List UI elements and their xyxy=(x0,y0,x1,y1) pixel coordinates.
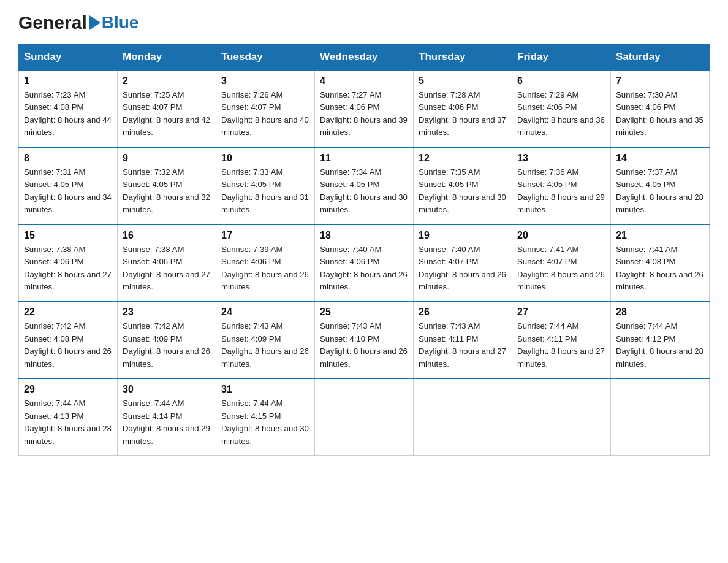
day-number: 12 xyxy=(419,153,507,164)
logo-general-text: General xyxy=(18,12,87,33)
calendar-cell: 5 Sunrise: 7:28 AMSunset: 4:06 PMDayligh… xyxy=(414,70,512,147)
calendar-cell: 29 Sunrise: 7:44 AMSunset: 4:13 PMDaylig… xyxy=(19,378,118,455)
calendar-cell: 3 Sunrise: 7:26 AMSunset: 4:07 PMDayligh… xyxy=(216,70,315,147)
day-number: 4 xyxy=(320,75,408,86)
day-number: 24 xyxy=(221,307,309,318)
day-number: 7 xyxy=(616,75,704,86)
calendar-cell xyxy=(315,378,414,455)
day-info: Sunrise: 7:40 AMSunset: 4:07 PMDaylight:… xyxy=(419,245,506,291)
day-number: 28 xyxy=(616,307,704,318)
calendar-cell: 22 Sunrise: 7:42 AMSunset: 4:08 PMDaylig… xyxy=(19,301,118,378)
calendar-cell: 26 Sunrise: 7:43 AMSunset: 4:11 PMDaylig… xyxy=(414,301,512,378)
logo-arrow-icon xyxy=(89,15,100,30)
day-info: Sunrise: 7:31 AMSunset: 4:05 PMDaylight:… xyxy=(24,167,112,214)
day-number: 26 xyxy=(419,307,507,318)
day-number: 17 xyxy=(221,230,309,241)
calendar-week-5: 29 Sunrise: 7:44 AMSunset: 4:13 PMDaylig… xyxy=(19,378,710,455)
day-info: Sunrise: 7:25 AMSunset: 4:07 PMDaylight:… xyxy=(123,90,210,137)
day-info: Sunrise: 7:41 AMSunset: 4:08 PMDaylight:… xyxy=(616,245,703,291)
day-info: Sunrise: 7:38 AMSunset: 4:06 PMDaylight:… xyxy=(24,245,112,291)
day-number: 14 xyxy=(616,153,704,164)
calendar-cell xyxy=(414,378,512,455)
calendar-cell: 10 Sunrise: 7:33 AMSunset: 4:05 PMDaylig… xyxy=(216,147,315,224)
day-number: 16 xyxy=(123,230,211,241)
calendar-cell: 2 Sunrise: 7:25 AMSunset: 4:07 PMDayligh… xyxy=(118,70,216,147)
day-info: Sunrise: 7:42 AMSunset: 4:08 PMDaylight:… xyxy=(24,321,112,368)
day-number: 5 xyxy=(419,75,507,86)
day-info: Sunrise: 7:44 AMSunset: 4:12 PMDaylight:… xyxy=(616,321,703,368)
day-info: Sunrise: 7:41 AMSunset: 4:07 PMDaylight:… xyxy=(517,245,605,291)
day-info: Sunrise: 7:28 AMSunset: 4:06 PMDaylight:… xyxy=(419,90,506,137)
day-number: 22 xyxy=(24,307,112,318)
day-number: 23 xyxy=(123,307,211,318)
calendar-cell: 20 Sunrise: 7:41 AMSunset: 4:07 PMDaylig… xyxy=(512,224,611,302)
col-header-friday: Friday xyxy=(512,45,611,71)
calendar-cell: 6 Sunrise: 7:29 AMSunset: 4:06 PMDayligh… xyxy=(512,70,611,147)
calendar-week-1: 1 Sunrise: 7:23 AMSunset: 4:08 PMDayligh… xyxy=(19,70,710,147)
header: General Blue xyxy=(18,12,710,33)
col-header-tuesday: Tuesday xyxy=(216,45,315,71)
day-number: 25 xyxy=(320,307,408,318)
calendar-cell: 13 Sunrise: 7:36 AMSunset: 4:05 PMDaylig… xyxy=(512,147,611,224)
col-header-thursday: Thursday xyxy=(414,45,512,71)
calendar-week-4: 22 Sunrise: 7:42 AMSunset: 4:08 PMDaylig… xyxy=(19,301,710,378)
day-info: Sunrise: 7:44 AMSunset: 4:15 PMDaylight:… xyxy=(221,399,309,445)
calendar-cell: 14 Sunrise: 7:37 AMSunset: 4:05 PMDaylig… xyxy=(611,147,710,224)
day-info: Sunrise: 7:40 AMSunset: 4:06 PMDaylight:… xyxy=(320,245,408,291)
day-number: 19 xyxy=(419,230,507,241)
day-number: 2 xyxy=(123,75,211,86)
day-info: Sunrise: 7:30 AMSunset: 4:06 PMDaylight:… xyxy=(616,90,703,137)
day-info: Sunrise: 7:44 AMSunset: 4:13 PMDaylight:… xyxy=(24,399,112,445)
day-info: Sunrise: 7:33 AMSunset: 4:05 PMDaylight:… xyxy=(221,167,309,214)
col-header-monday: Monday xyxy=(118,45,216,71)
calendar-cell: 8 Sunrise: 7:31 AMSunset: 4:05 PMDayligh… xyxy=(19,147,118,224)
calendar-cell: 24 Sunrise: 7:43 AMSunset: 4:09 PMDaylig… xyxy=(216,301,315,378)
calendar-cell: 17 Sunrise: 7:39 AMSunset: 4:06 PMDaylig… xyxy=(216,224,315,302)
day-number: 27 xyxy=(517,307,605,318)
calendar-cell: 28 Sunrise: 7:44 AMSunset: 4:12 PMDaylig… xyxy=(611,301,710,378)
day-info: Sunrise: 7:34 AMSunset: 4:05 PMDaylight:… xyxy=(320,167,408,214)
day-number: 10 xyxy=(221,153,309,164)
day-info: Sunrise: 7:39 AMSunset: 4:06 PMDaylight:… xyxy=(221,245,309,291)
calendar-table: SundayMondayTuesdayWednesdayThursdayFrid… xyxy=(18,44,710,456)
calendar-cell: 9 Sunrise: 7:32 AMSunset: 4:05 PMDayligh… xyxy=(118,147,216,224)
day-number: 29 xyxy=(24,384,112,395)
calendar-cell: 30 Sunrise: 7:44 AMSunset: 4:14 PMDaylig… xyxy=(118,378,216,455)
calendar-cell: 1 Sunrise: 7:23 AMSunset: 4:08 PMDayligh… xyxy=(19,70,118,147)
calendar-cell: 12 Sunrise: 7:35 AMSunset: 4:05 PMDaylig… xyxy=(414,147,512,224)
day-info: Sunrise: 7:44 AMSunset: 4:14 PMDaylight:… xyxy=(123,399,210,445)
calendar-cell: 31 Sunrise: 7:44 AMSunset: 4:15 PMDaylig… xyxy=(216,378,315,455)
day-number: 13 xyxy=(517,153,605,164)
day-info: Sunrise: 7:38 AMSunset: 4:06 PMDaylight:… xyxy=(123,245,210,291)
calendar-cell: 21 Sunrise: 7:41 AMSunset: 4:08 PMDaylig… xyxy=(611,224,710,302)
logo: General Blue xyxy=(18,12,138,33)
calendar-week-2: 8 Sunrise: 7:31 AMSunset: 4:05 PMDayligh… xyxy=(19,147,710,224)
day-number: 20 xyxy=(517,230,605,241)
day-number: 3 xyxy=(221,75,309,86)
day-number: 18 xyxy=(320,230,408,241)
calendar-cell: 4 Sunrise: 7:27 AMSunset: 4:06 PMDayligh… xyxy=(315,70,414,147)
day-info: Sunrise: 7:37 AMSunset: 4:05 PMDaylight:… xyxy=(616,167,703,214)
day-number: 9 xyxy=(123,153,211,164)
calendar-cell: 25 Sunrise: 7:43 AMSunset: 4:10 PMDaylig… xyxy=(315,301,414,378)
day-number: 6 xyxy=(517,75,605,86)
calendar-cell: 27 Sunrise: 7:44 AMSunset: 4:11 PMDaylig… xyxy=(512,301,611,378)
calendar-cell xyxy=(512,378,611,455)
calendar-cell: 11 Sunrise: 7:34 AMSunset: 4:05 PMDaylig… xyxy=(315,147,414,224)
calendar-cell xyxy=(611,378,710,455)
day-number: 21 xyxy=(616,230,704,241)
day-info: Sunrise: 7:36 AMSunset: 4:05 PMDaylight:… xyxy=(517,167,605,214)
calendar-cell: 18 Sunrise: 7:40 AMSunset: 4:06 PMDaylig… xyxy=(315,224,414,302)
logo-blue-text: Blue xyxy=(102,13,139,33)
calendar-cell: 15 Sunrise: 7:38 AMSunset: 4:06 PMDaylig… xyxy=(19,224,118,302)
col-header-sunday: Sunday xyxy=(19,45,118,71)
day-info: Sunrise: 7:43 AMSunset: 4:11 PMDaylight:… xyxy=(419,321,506,368)
day-number: 30 xyxy=(123,384,211,395)
day-info: Sunrise: 7:35 AMSunset: 4:05 PMDaylight:… xyxy=(419,167,506,214)
day-info: Sunrise: 7:44 AMSunset: 4:11 PMDaylight:… xyxy=(517,321,605,368)
calendar-week-3: 15 Sunrise: 7:38 AMSunset: 4:06 PMDaylig… xyxy=(19,224,710,302)
col-header-saturday: Saturday xyxy=(611,45,710,71)
day-info: Sunrise: 7:42 AMSunset: 4:09 PMDaylight:… xyxy=(123,321,210,368)
day-info: Sunrise: 7:27 AMSunset: 4:06 PMDaylight:… xyxy=(320,90,408,137)
calendar-cell: 23 Sunrise: 7:42 AMSunset: 4:09 PMDaylig… xyxy=(118,301,216,378)
